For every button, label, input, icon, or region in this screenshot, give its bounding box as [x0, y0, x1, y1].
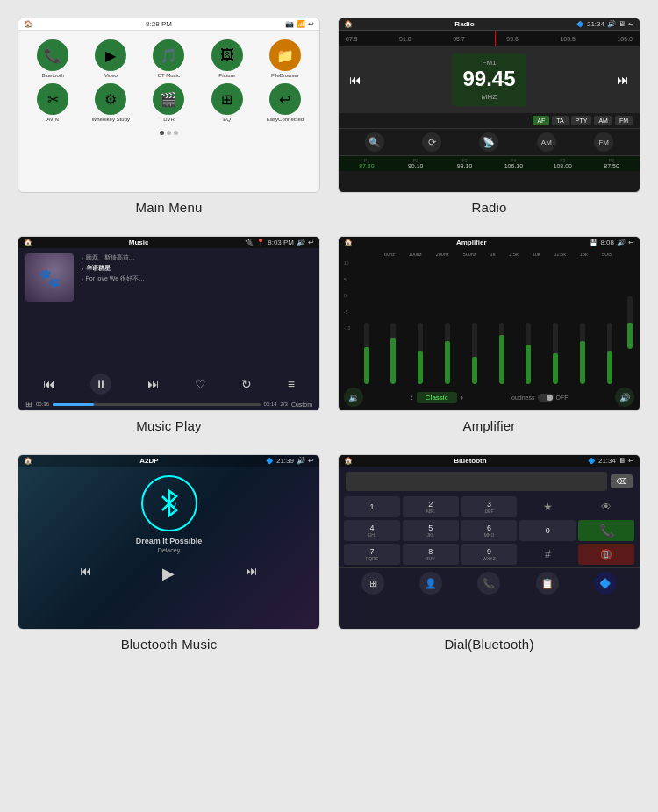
amp-bar-200hz[interactable]	[408, 260, 433, 384]
bt-time: 21:39	[276, 457, 294, 465]
dial-delete-button[interactable]: ⌫	[611, 474, 633, 488]
amp-freq-labels: 60hz 100hz 200hz 500hz 1k 2.5k 10k 12.5k…	[360, 250, 636, 259]
radio-preset-p6[interactable]: P6 87.50	[589, 158, 634, 169]
mm-dot-1	[160, 131, 164, 135]
music-prev-button[interactable]: ⏮	[43, 377, 55, 391]
amp-prev-preset-button[interactable]: ‹	[411, 393, 413, 402]
radio-next-button[interactable]: ⏭	[617, 73, 629, 87]
radio-search-icon[interactable]: 🔍	[365, 132, 384, 152]
dial-key-eye[interactable]: 👁	[578, 496, 634, 517]
dial-key-2[interactable]: 2ABC	[403, 496, 459, 517]
dial-key-0[interactable]: 0	[519, 520, 576, 541]
amp-bar-500hz[interactable]	[435, 260, 461, 384]
music-play-button[interactable]: ⏸	[90, 374, 111, 395]
amp-bar-1k[interactable]	[461, 260, 487, 384]
music-back-icon[interactable]: ↩	[308, 239, 314, 246]
radio-preset-p5[interactable]: P5 108.00	[540, 158, 585, 169]
music-home-icon[interactable]: 🏠	[24, 239, 32, 246]
radio-fm-icon[interactable]: FM	[594, 132, 613, 152]
dial-key-4[interactable]: 4GHI	[344, 520, 400, 541]
radio-am-icon[interactable]: AM	[537, 132, 556, 152]
radio-fm-button[interactable]: FM	[615, 116, 633, 125]
radio-preset-p2[interactable]: P2 90.10	[393, 158, 439, 169]
dial-key-1[interactable]: 1	[344, 496, 400, 517]
mm-wheelkey-item[interactable]: ⚙ Wheelkey Study	[83, 83, 138, 122]
mm-picture-item[interactable]: 🖼 Picture	[200, 39, 254, 78]
music-repeat-icon[interactable]: ↻	[241, 377, 252, 391]
dial-key-hash[interactable]: #	[519, 544, 576, 565]
radio-ta-button[interactable]: TA	[552, 116, 568, 125]
radio-preset-p1[interactable]: P1 87.50	[344, 158, 390, 169]
dial-key-3[interactable]: 3DEF	[461, 496, 518, 517]
amp-back-icon[interactable]: ↩	[628, 239, 634, 246]
amp-bar-sub[interactable]	[597, 260, 622, 384]
radio-preset-p4[interactable]: P4 106.10	[490, 158, 536, 169]
music-progress-fill	[53, 403, 94, 406]
radio-home-icon[interactable]: 🏠	[344, 20, 353, 28]
amp-vol-up-button[interactable]: 🔊	[615, 388, 634, 407]
amp-bar-12k5[interactable]	[543, 260, 569, 384]
dial-contacts-icon[interactable]: 👤	[419, 572, 442, 595]
amp-bar-2k5[interactable]	[489, 260, 514, 384]
radio-prev-button[interactable]: ⏮	[349, 73, 361, 87]
music-next-button[interactable]: ⏭	[147, 377, 160, 391]
amp-home-icon[interactable]: 🏠	[344, 239, 353, 246]
bt-artist-name: Delacey	[158, 547, 180, 553]
dial-call-button[interactable]: 📞	[578, 520, 634, 541]
mm-avin-item[interactable]: ✂ AVIN	[25, 83, 80, 122]
radio-pty-button[interactable]: PTY	[571, 116, 592, 125]
mm-bluetooth-item[interactable]: 📞 Bluetooth	[25, 39, 80, 78]
amp-preset-label[interactable]: Classic	[417, 392, 457, 403]
dial-key-8[interactable]: 8TUV	[403, 544, 459, 565]
mm-video-item[interactable]: ▶ Video	[83, 39, 138, 78]
bt-play-button[interactable]: ▶	[162, 564, 175, 583]
amp-loudness-control: loudness OFF	[510, 394, 568, 402]
music-list-icon[interactable]: ≡	[288, 377, 295, 391]
dial-number-input[interactable]	[346, 472, 607, 491]
amp-bar-15k[interactable]	[569, 260, 595, 384]
radio-back-icon[interactable]: ↩	[628, 20, 634, 28]
radio-loop-icon[interactable]: ⟳	[422, 132, 441, 152]
amp-bar-60hz[interactable]	[354, 260, 379, 384]
bt-prev-button[interactable]: ⏮	[80, 564, 92, 583]
amp-bar-10k[interactable]	[516, 260, 541, 384]
bt-music-caption: Bluetooth Music	[121, 637, 218, 652]
amp-next-preset-button[interactable]: ›	[461, 393, 463, 402]
dial-end-button[interactable]: 📵	[578, 544, 634, 565]
dial-key-star[interactable]: ★	[519, 496, 576, 517]
bt-next-button[interactable]: ⏭	[246, 564, 258, 583]
amp-loudness-toggle[interactable]	[538, 394, 554, 402]
mm-back-icon[interactable]: ↩	[308, 20, 314, 28]
dial-back-icon[interactable]: ↩	[628, 457, 634, 465]
mm-video-icon: ▶	[95, 39, 126, 71]
mm-easyconnected-item[interactable]: ↩ EasyConnected	[258, 83, 312, 122]
music-album-art: 🐾	[25, 253, 74, 302]
dial-key-5[interactable]: 5JKL	[403, 520, 459, 541]
svg-text:♪: ♪	[173, 499, 177, 509]
music-heart-icon[interactable]: ♡	[195, 377, 206, 391]
radio-caption: Radio	[471, 200, 506, 215]
amp-master-slider[interactable]	[624, 260, 636, 384]
amp-bar-100hz[interactable]	[381, 260, 406, 384]
dial-grid-icon[interactable]: ⊞	[361, 572, 384, 595]
amp-vol-down-button[interactable]: 🔉	[344, 388, 363, 407]
mm-dvr-item[interactable]: 🎬 DVR	[141, 83, 196, 122]
music-progress-bar[interactable]	[53, 403, 261, 406]
dial-home-icon[interactable]: 🏠	[344, 457, 353, 465]
radio-preset-p3[interactable]: P3 98.10	[442, 158, 488, 169]
bt-home-icon[interactable]: 🏠	[24, 457, 32, 465]
dial-key-9[interactable]: 9WXYZ	[461, 544, 518, 565]
radio-am-button[interactable]: AM	[594, 116, 612, 125]
radio-antenna-icon[interactable]: 📡	[479, 132, 498, 152]
dial-key-7[interactable]: 7PQRS	[344, 544, 400, 565]
radio-af-button[interactable]: AF	[533, 116, 549, 125]
bt-back-icon[interactable]: ↩	[308, 457, 314, 465]
mm-btmusic-item[interactable]: 🎵 BT Music	[141, 39, 196, 78]
mm-eq-item[interactable]: ⊞ EQ	[200, 83, 254, 122]
dial-phone-icon[interactable]: 📞	[477, 572, 500, 595]
dial-messages-icon[interactable]: 📋	[536, 572, 559, 595]
mm-filebrowser-item[interactable]: 📁 FileBrowser	[258, 39, 312, 78]
mm-home-icon[interactable]: 🏠	[24, 20, 32, 28]
dial-key-6[interactable]: 6MNO	[461, 520, 518, 541]
dial-bluetooth-icon[interactable]: 🔷	[594, 572, 617, 595]
